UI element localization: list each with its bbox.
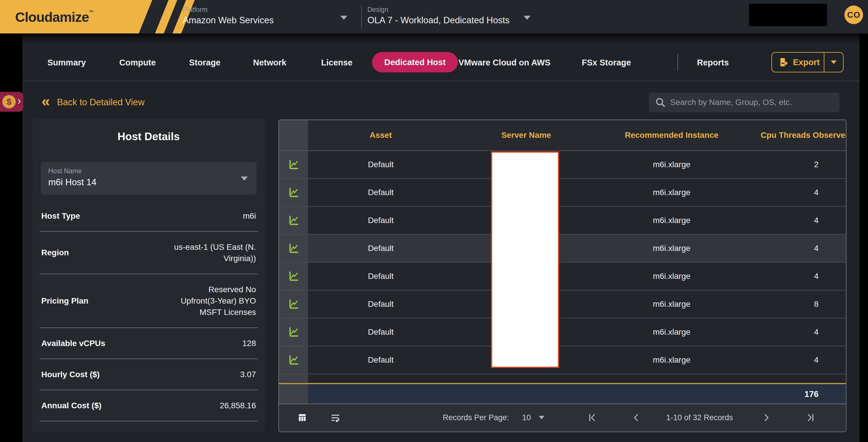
platform-label: Platform xyxy=(183,6,208,14)
host-detail-row: Host Type m6i xyxy=(39,201,258,232)
table-row[interactable]: Default m6i.xlarge 4 xyxy=(279,179,846,207)
cost-drawer-tab[interactable]: $ › xyxy=(0,92,23,112)
wrap-text-icon[interactable] xyxy=(330,404,341,431)
next-page-button[interactable] xyxy=(761,404,772,431)
chart-icon-cell[interactable] xyxy=(279,235,308,262)
export-label: Export xyxy=(793,58,820,67)
panel-title: Host Details xyxy=(33,131,265,143)
line-chart-icon xyxy=(288,354,299,366)
avatar[interactable]: CO xyxy=(844,5,863,24)
design-value: OLA 7 - Workload, Dedicated Hosts xyxy=(367,15,509,26)
search-icon xyxy=(654,97,666,108)
tab-network[interactable]: Network xyxy=(253,53,286,72)
columns-icon[interactable] xyxy=(297,404,307,431)
table-row[interactable]: Default m6i.xlarge 4 xyxy=(279,262,846,290)
column-header-asset[interactable]: Asset xyxy=(308,120,454,150)
cell-asset: Default xyxy=(308,151,454,178)
cell-asset: Default xyxy=(308,318,454,346)
cell-cpu-threads: 4 xyxy=(744,318,846,346)
tab-compute[interactable]: Compute xyxy=(119,53,156,72)
line-chart-icon xyxy=(288,298,299,310)
records-per-page-value[interactable]: 10 xyxy=(522,404,531,431)
chart-column-spacer xyxy=(279,374,308,383)
dollar-icon: $ xyxy=(2,95,16,108)
table-header-row: Asset Server Name Recommended Instance C… xyxy=(279,120,846,151)
design-label: Design xyxy=(367,6,388,14)
column-header-server-name[interactable]: Server Name xyxy=(454,120,599,150)
tab-vmware-cloud-on-aws[interactable]: VMware Cloud on AWS xyxy=(459,53,550,72)
last-page-button[interactable] xyxy=(805,404,816,431)
cell-recommended-instance: m6i.xlarge xyxy=(599,235,744,262)
back-to-detailed-view-link[interactable]: « Back to Detailed View xyxy=(41,95,145,110)
cell-cpu-threads: 4 xyxy=(744,235,846,262)
export-dropdown[interactable] xyxy=(824,53,843,72)
nav-separator xyxy=(678,54,678,71)
table-row[interactable]: Default m6i.xlarge 8 xyxy=(279,290,846,318)
cell-asset: Default xyxy=(308,207,454,234)
chart-icon-cell[interactable] xyxy=(279,179,308,206)
detail-label: Host Type xyxy=(41,212,80,221)
detail-value: Reserved No Upfront(3-Year) BYO MSFT Lic… xyxy=(181,284,256,318)
previous-page-button[interactable] xyxy=(631,404,642,431)
cell-recommended-instance: m6i.xlarge xyxy=(599,151,744,178)
platform-select[interactable]: Platform Amazon Web Services xyxy=(183,0,346,33)
first-page-button[interactable] xyxy=(587,404,597,431)
summary-row: 176 xyxy=(279,384,846,404)
cloudamize-logo[interactable]: Cloudamize™ xyxy=(0,0,204,33)
detail-value: 128 xyxy=(242,338,256,349)
chart-icon-cell[interactable] xyxy=(279,207,308,234)
chevron-down-icon xyxy=(831,61,837,64)
column-header-recommended-instance[interactable]: Recommended Instance xyxy=(599,120,744,150)
tab-reports[interactable]: Reports xyxy=(697,53,729,72)
partial-row xyxy=(279,374,846,383)
host-details-panel: Host Details Host Name m6i Host 14 Host … xyxy=(33,119,265,432)
header-shadow xyxy=(0,33,868,44)
chart-column-summary-cell xyxy=(279,384,308,404)
tab-license[interactable]: License xyxy=(321,53,352,72)
cell-cpu-threads: 4 xyxy=(744,262,846,290)
logo-text: Cloudamize™ xyxy=(15,9,93,25)
double-chevron-left-icon: « xyxy=(41,92,50,110)
export-button[interactable]: Export xyxy=(772,53,824,72)
host-detail-row: Region us-east-1 (US East (N. Virginia)) xyxy=(39,232,258,274)
chart-icon-cell[interactable] xyxy=(279,346,308,374)
chart-icon-cell[interactable] xyxy=(279,318,308,346)
table-body: Default m6i.xlarge 2 Default m6i.xlarge … xyxy=(279,151,846,374)
tab-dedicated-host[interactable]: Dedicated Host xyxy=(372,52,458,72)
platform-value: Amazon Web Services xyxy=(183,15,274,26)
cell-recommended-instance: m6i.xlarge xyxy=(599,207,744,234)
records-per-page-dropdown[interactable] xyxy=(539,404,545,431)
top-bar: Cloudamize™ Platform Amazon Web Services… xyxy=(0,0,868,33)
cell-asset: Default xyxy=(308,262,454,290)
cell-recommended-instance: m6i.xlarge xyxy=(599,346,744,374)
table-row[interactable]: Default m6i.xlarge 2 xyxy=(279,151,846,179)
design-select[interactable]: Design OLA 7 - Workload, Dedicated Hosts xyxy=(367,0,536,33)
tab-fsx-storage[interactable]: FSx Storage xyxy=(582,53,631,72)
chart-icon-cell[interactable] xyxy=(279,290,308,318)
export-button-group: Export xyxy=(771,52,843,72)
table-row[interactable]: Default m6i.xlarge 4 xyxy=(279,346,846,374)
tab-summary[interactable]: Summary xyxy=(48,53,86,72)
chevron-down-icon[interactable] xyxy=(340,16,347,20)
chevron-down-icon[interactable] xyxy=(524,16,531,20)
cloudamize-app: Cloudamize™ Platform Amazon Web Services… xyxy=(0,0,868,442)
cell-cpu-threads: 2 xyxy=(744,151,846,178)
search-input[interactable] xyxy=(670,97,834,107)
table-row[interactable]: Default m6i.xlarge 4 xyxy=(279,207,846,235)
table-row[interactable]: Default m6i.xlarge 4 xyxy=(279,235,846,262)
line-chart-icon xyxy=(288,215,299,226)
host-name-select[interactable]: Host Name m6i Host 14 xyxy=(41,162,256,194)
chart-icon-cell[interactable] xyxy=(279,151,308,178)
chart-column-header xyxy=(279,120,308,150)
back-link-label: Back to Detailed View xyxy=(57,97,145,107)
header-divider xyxy=(361,5,362,28)
tab-storage[interactable]: Storage xyxy=(189,53,220,72)
detail-label: Region xyxy=(41,248,69,257)
detail-label: Hourly Cost ($) xyxy=(41,370,100,379)
chart-icon-cell[interactable] xyxy=(279,262,308,290)
table-row[interactable]: Default m6i.xlarge 4 xyxy=(279,318,846,346)
page-range-text: 1-10 of 32 Records xyxy=(653,404,746,431)
column-header-cpu-threads[interactable]: Cpu Threads Observed xyxy=(744,120,846,150)
host-detail-row: Hourly Cost ($) 3.07 xyxy=(39,359,258,390)
cell-asset: Default xyxy=(308,346,454,374)
